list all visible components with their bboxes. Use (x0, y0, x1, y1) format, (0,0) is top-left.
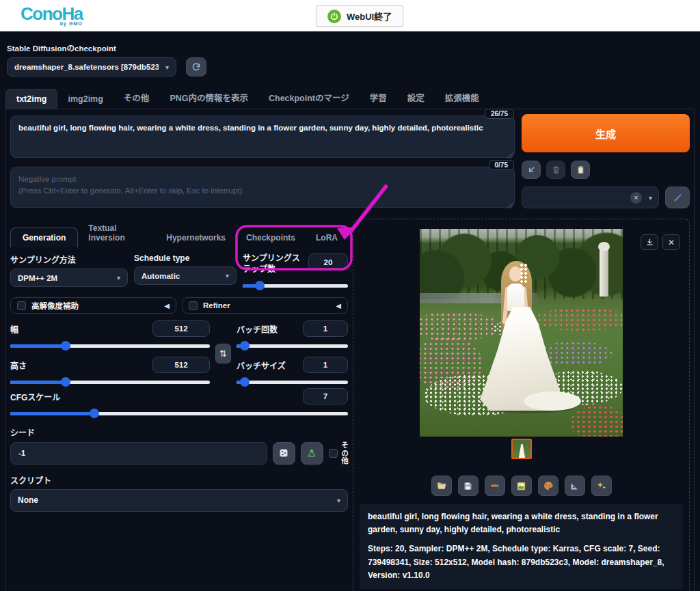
sparkles-icon (596, 480, 607, 491)
prompt-input[interactable]: beautiful girl, long flowing hair, weari… (10, 115, 515, 158)
clear-styles-icon[interactable]: × (630, 192, 642, 204)
tab-img2img[interactable]: img2img (57, 90, 113, 109)
conoha-logo[interactable]: ConoHa by GMO (21, 5, 83, 26)
main-tab-bar: txt2img img2img その他 PNG内の情報を表示 Checkpoin… (5, 86, 695, 109)
clear-prompt-button[interactable] (546, 161, 565, 179)
output-toolbar (360, 476, 683, 496)
batch-size-label: バッチサイズ (237, 359, 286, 371)
power-icon (327, 10, 341, 23)
chevron-down-icon: ▾ (649, 194, 652, 202)
random-seed-button[interactable] (273, 442, 295, 465)
open-folder-button[interactable] (431, 476, 452, 496)
sampling-method-label: サンプリング方法 (10, 253, 128, 265)
tab-checkpoint-merger[interactable]: Checkpointのマージ (258, 86, 360, 109)
flower-bed (420, 312, 501, 342)
hires-fix-checkbox[interactable] (17, 301, 26, 310)
refiner-checkbox[interactable] (189, 301, 198, 310)
dice-icon (278, 448, 289, 458)
refresh-checkpoint-button[interactable] (186, 57, 206, 77)
subtab-generation[interactable]: Generation (10, 228, 78, 247)
exit-button-label: WebUI終了 (347, 10, 392, 23)
schedule-type-label: Schedule type (134, 253, 237, 263)
swap-arrows-icon: ⇅ (219, 348, 227, 359)
swap-dimensions-button[interactable]: ⇅ (215, 344, 231, 363)
sampling-method-dropdown[interactable]: DPM++ 2M ▾ (10, 269, 128, 287)
chevron-down-icon: ▾ (117, 274, 120, 281)
batch-size-number-input[interactable]: 1 (303, 357, 348, 373)
extra-seed-checkbox[interactable] (329, 449, 338, 458)
close-image-button[interactable]: ✕ (662, 234, 680, 250)
info-params-text: Steps: 20, Sampler: DPM++ 2M, Schedule t… (368, 542, 675, 582)
cfg-scale-label: CFGスケール (10, 391, 60, 402)
txt2img-panel: 26/75 beautiful girl, long flowing hair,… (5, 109, 695, 591)
subtab-textual-inversion[interactable]: Textual Inversion (78, 219, 156, 247)
send-to-inpaint-button[interactable] (538, 476, 558, 496)
tab-extras[interactable]: その他 (113, 86, 160, 109)
gallery-thumbnail[interactable] (511, 439, 532, 459)
download-image-button[interactable] (641, 234, 658, 250)
tab-settings[interactable]: 設定 (397, 86, 435, 109)
generate-button[interactable]: 生成 (522, 114, 690, 152)
save-image-button[interactable] (458, 476, 479, 496)
seed-input[interactable]: -1 (10, 442, 267, 465)
sampling-method-value: DPM++ 2M (18, 274, 110, 282)
generated-image[interactable] (420, 229, 623, 437)
schedule-type-value: Automatic (142, 272, 219, 280)
results-panel: ✕ (353, 219, 690, 591)
checkpoint-label: Stable Diffusionのcheckpoint (7, 42, 693, 53)
refiner-accordion[interactable]: Refiner ◀ (182, 297, 348, 314)
schedule-type-dropdown[interactable]: Automatic ▾ (134, 266, 237, 285)
triangle-ruler-icon (569, 481, 580, 491)
batch-count-slider[interactable] (237, 341, 348, 351)
send-to-img2img-button[interactable] (511, 476, 532, 496)
subtab-hypernetworks[interactable]: Hypernetworks (156, 228, 236, 247)
cfg-scale-number-input[interactable]: 7 (303, 388, 348, 404)
extra-seed-label: その他 (341, 441, 349, 465)
image-icon (516, 481, 526, 491)
script-value: None (18, 495, 330, 505)
save-zip-button[interactable] (485, 476, 505, 496)
sampling-steps-slider[interactable] (243, 281, 348, 290)
cfg-scale-slider[interactable] (10, 409, 348, 418)
resize-grip-icon[interactable] (507, 153, 513, 159)
script-dropdown[interactable]: None ▾ (10, 489, 348, 512)
webui-exit-button[interactable]: WebUI終了 (316, 5, 403, 27)
negative-token-counter: 0/75 (489, 160, 514, 170)
send-to-extras-button[interactable] (565, 476, 585, 496)
tab-png-info[interactable]: PNG内の情報を表示 (159, 86, 258, 109)
checkpoint-dropdown[interactable]: dreamshaper_8.safetensors [879db523c3] ▾ (7, 57, 176, 77)
subtab-checkpoints[interactable]: Checkpoints (236, 228, 306, 247)
resize-grip-icon[interactable] (507, 203, 513, 208)
read-parameters-button[interactable] (522, 161, 541, 179)
height-label: 高さ (10, 359, 27, 371)
tab-txt2img[interactable]: txt2img (5, 89, 57, 109)
batch-size-slider[interactable] (237, 377, 348, 387)
hires-fix-accordion[interactable]: 高解像度補助 ◀ (10, 297, 176, 314)
edit-styles-button[interactable] (665, 187, 690, 208)
script-label: スクリプト (10, 474, 348, 486)
flower-bed (570, 405, 623, 437)
chevron-down-icon: ▾ (337, 497, 340, 504)
width-number-input[interactable]: 512 (152, 320, 210, 337)
output-gallery: ✕ (360, 229, 683, 465)
tab-train[interactable]: 学習 (360, 86, 397, 109)
subtab-lora[interactable]: LoRA (306, 228, 348, 247)
reuse-seed-button[interactable] (301, 442, 323, 465)
width-slider[interactable] (10, 341, 210, 351)
upscale-button[interactable] (591, 476, 612, 496)
trash-icon (552, 165, 561, 174)
image-statue (600, 247, 608, 297)
seed-label: シード (10, 426, 348, 438)
prompt-token-counter: 26/75 (485, 109, 514, 119)
height-slider[interactable] (10, 377, 210, 387)
batch-count-number-input[interactable]: 1 (303, 320, 348, 337)
height-number-input[interactable]: 512 (152, 357, 210, 373)
styles-dropdown[interactable]: × ▾ (522, 187, 659, 208)
negative-prompt-input[interactable] (10, 167, 515, 208)
folder-icon (436, 480, 447, 491)
tab-extensions[interactable]: 拡張機能 (435, 86, 489, 109)
info-prompt-text: beautiful girl, long flowing hair, weari… (368, 510, 675, 536)
sampling-steps-number-input[interactable]: 20 (308, 253, 348, 271)
flower-bed (531, 308, 623, 331)
apply-styles-button[interactable] (571, 161, 590, 179)
